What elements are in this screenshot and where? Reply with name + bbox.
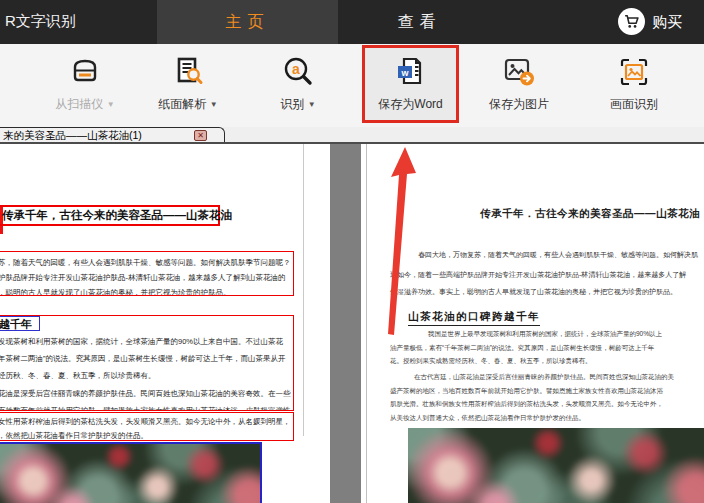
ocr-text-region-1[interactable]: 苏，随着天气的回暖，有些人会遇到肌肤干燥、敏感等问题。如何解决肌肤季节问题呢？ …	[0, 251, 294, 296]
camellia-photo	[408, 428, 704, 503]
paper-parse-dropdown-icon[interactable]: ▼	[210, 100, 218, 109]
source-title: 传承千年，古往今来的美容圣品——山茶花油	[2, 208, 232, 223]
preview-title: 传承千年．古往今来的美容圣品——山茶花油	[480, 207, 700, 221]
save-image-label: 保存为图片	[472, 96, 566, 113]
document-tab[interactable]: 来的美容圣品——山茶花油(1) ✕	[0, 127, 225, 142]
cart-icon	[618, 8, 645, 35]
preview-line: 花。授粉到果实成熟需经历秋、冬、春、夏、秋五季，所以珍贵稀有。	[390, 357, 592, 366]
svg-text:w: w	[400, 68, 409, 78]
preview-line: 从美妆达人到普通大众，依然把山茶花油看作日常护肤护发的佳品。	[390, 414, 585, 423]
document-tab-title: 来的美容圣品——山茶花油(1)	[3, 129, 186, 143]
svg-text:a: a	[292, 61, 300, 77]
scanner-dropdown-icon[interactable]: ▼	[107, 100, 115, 109]
recognize-a-magnifier-icon: a	[281, 56, 315, 88]
ocr-text-region-2[interactable]: 越千年 发现茶树和利用茶树的国家，据统计，全球茶油产量的90%以上来自中国。不过…	[0, 315, 294, 411]
camellia-photo	[0, 442, 262, 503]
save-as-word-button[interactable]: w 保存为Word	[365, 44, 456, 127]
source-line: 发现茶树和利用茶树的国家，据统计，全球茶油产量的90%以上来自中国。不过山茶花	[0, 333, 293, 350]
preview-line: 在古代宫廷，山茶花油是深受后宫佳丽青睐的养颜护肤佳品。民间百姓也深知山茶花油的美	[414, 373, 674, 382]
tab-home[interactable]: 主页	[157, 0, 338, 44]
preview-line: 盛产茶树的地区，当地百姓数百年前就开始用它护肤。譬如恩施土家族女性喜欢用山茶花油…	[390, 387, 663, 396]
preview-line: 油产量极低，素有“千年茶树二两油”的说法。究其原因，是山茶树生长缓慢，树龄可达上…	[390, 344, 654, 353]
preview-line: 肌肤光滑。壮族和侗族女性用茶籽榨油后得到的茶枯洗头发，头发顺滑又黑亮。如今无论中…	[390, 400, 663, 409]
tab-view[interactable]: 查看	[352, 0, 487, 44]
screen-recognize-button[interactable]: 画面识别	[587, 44, 681, 127]
preview-line: 我国是世界上最早发现茶树和利用茶树的国家，据统计，全球茶油产量的90%以上	[428, 330, 662, 339]
buy-button[interactable]: 购买	[616, 0, 704, 44]
source-line: 经历秋、冬、春、夏、秋五季，所以珍贵稀有。	[0, 367, 293, 384]
content-area: 传承千年，古往今来的美容圣品——山茶花油 苏，随着天气的回暖，有些人会遇到肌肤干…	[0, 144, 704, 503]
source-line: ，聪明的古人早就发现了山茶花油的奥秘，并把它视为珍贵的护肤品。	[0, 285, 293, 296]
splitter-line	[366, 144, 367, 503]
app-title: R文字识别	[5, 12, 76, 31]
buy-label: 购买	[652, 13, 682, 32]
preview-heading: 山茶花油的口碑跨越千年	[408, 310, 540, 326]
source-line: 年茶树二两油”的说法。究其原因，是山茶树生长缓慢，树龄可达上千年，而山茶果从开	[0, 350, 293, 367]
scanner-label: 从扫描仪	[55, 97, 103, 111]
word-document-icon: w	[394, 56, 428, 88]
recognize-button[interactable]: a 识别 ▼	[251, 44, 345, 127]
save-word-label: 保存为Word	[365, 96, 456, 113]
paper-parse-button[interactable]: 纸面解析 ▼	[141, 44, 235, 127]
scanner-icon	[68, 56, 102, 88]
ocr-heading-blue-region[interactable]	[0, 316, 40, 331]
preview-camellia-photo	[408, 428, 704, 503]
document-tab-strip: 来的美容圣品——山茶花油(1) ✕	[0, 127, 704, 144]
toolbar: 从扫描仪 ▼ 纸面解析 ▼ a 识别 ▼	[0, 44, 704, 127]
tab-close-icon[interactable]: ✕	[194, 130, 207, 141]
source-line: 护肤品牌开始专注开发山茶花油护肤品-林清轩山茶花油，越来越多人了解到山茶花油的	[0, 270, 293, 285]
source-image-panel[interactable]: 传承千年，古往今来的美容圣品——山茶花油 苏，随着天气的回暖，有些人会遇到肌肤干…	[0, 144, 330, 503]
word-preview-panel[interactable]: 传承千年．古往今来的美容圣品——山茶花油 春回大地，万物复苏，随着天气的回暖，有…	[368, 144, 704, 503]
screen-capture-icon	[617, 56, 651, 88]
panel-divider[interactable]	[330, 144, 361, 503]
source-line: ，依然把山茶花油看作日常护肤护发的佳品。	[0, 429, 293, 442]
title-bar: R文字识别 主页 查看 购买	[0, 0, 704, 44]
save-as-image-button[interactable]: 保存为图片	[472, 44, 566, 127]
ocr-text-region-3[interactable]: 女性用茶籽榨油后得到的茶枯洗头发，头发顺滑又黑亮。如今无论中外，从名媛到明星， …	[0, 412, 294, 441]
source-line: 女性用茶籽榨油后得到的茶枯洗头发，头发顺滑又黑亮。如今无论中外，从名媛到明星，	[0, 415, 293, 429]
image-export-icon	[502, 56, 536, 88]
preview-line: 春回大地，万物复苏，随着天气的回暖，有些人会遇到肌肤干燥、敏感等问题。如何解决肌	[418, 250, 698, 260]
scan-from-scanner-button[interactable]: 从扫描仪 ▼	[38, 44, 132, 127]
source-line: 花油是深受后宫佳丽青睐的养颜护肤佳品。民间百姓也深知山茶花油的美容奇效。在一些	[0, 385, 293, 402]
document-magnifier-icon	[171, 56, 205, 88]
source-line: 苏，随着天气的回暖，有些人会遇到肌肤干燥、敏感等问题。如何解决肌肤季节问题呢？	[0, 255, 293, 270]
screen-recognize-label: 画面识别	[587, 96, 681, 113]
page-edge-line	[303, 144, 304, 436]
recognize-label: 识别	[280, 97, 304, 111]
ocr-image-region-camellia-photo[interactable]	[0, 442, 262, 503]
preview-line: 保湿滋养功效。事实上，聪明的古人早就发现了山茶花油的奥秘，并把它视为珍贵的护肤品…	[390, 287, 677, 297]
ocr-title-region[interactable]: 传承千年，古往今来的美容圣品——山茶花油	[0, 205, 220, 226]
paper-parse-label: 纸面解析	[158, 97, 206, 111]
preview-line: 现如今，随着一些高端护肤品牌开始专注开发山茶花油护肤品-林清轩山茶花油，越来越多…	[390, 270, 686, 280]
source-line: 百姓数百年前就开始用它护肤。譬如恩施土家族女性喜欢用山茶花油沐浴，皮肤极富弹性	[0, 402, 293, 411]
recognize-dropdown-icon[interactable]: ▼	[308, 100, 316, 109]
